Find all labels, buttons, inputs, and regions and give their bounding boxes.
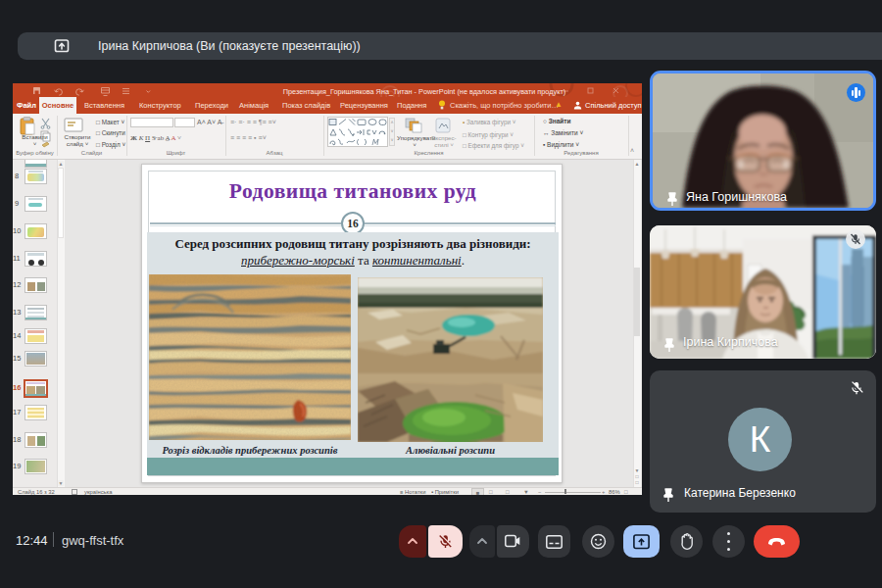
- svg-text:Презентация_Горишнякова Яна_Ти: Презентация_Горишнякова Яна_Титан - Powe…: [283, 87, 565, 96]
